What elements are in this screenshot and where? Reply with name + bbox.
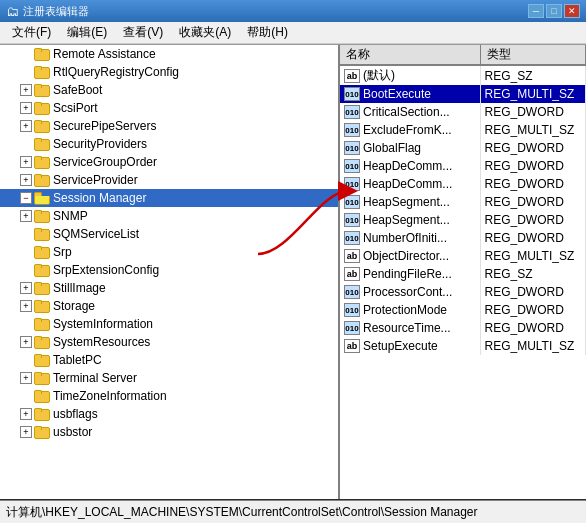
column-name[interactable]: 名称 <box>340 45 480 65</box>
tree-item[interactable]: +usbflags <box>0 405 338 423</box>
table-row[interactable]: 010HeapSegment...REG_DWORD <box>340 193 586 211</box>
menu-help[interactable]: 帮助(H) <box>239 22 296 43</box>
expand-button[interactable]: + <box>20 336 32 348</box>
value-name: SetupExecute <box>363 339 438 353</box>
tree-item[interactable]: TabletPC <box>0 351 338 369</box>
maximize-button[interactable]: □ <box>546 4 562 18</box>
cell-name: abPendingFileRe... <box>340 265 480 283</box>
table-row[interactable]: 010HeapDeComm...REG_DWORD <box>340 157 586 175</box>
cell-name: ab(默认) <box>340 65 480 85</box>
tree-item[interactable]: +ServiceGroupOrder <box>0 153 338 171</box>
expand-button[interactable]: − <box>20 192 32 204</box>
tree-item[interactable]: SQMServiceList <box>0 225 338 243</box>
value-name: HeapDeComm... <box>363 177 452 191</box>
expand-button[interactable]: + <box>20 102 32 114</box>
tree-item[interactable]: +StillImage <box>0 279 338 297</box>
cell-type: REG_DWORD <box>480 211 586 229</box>
tree-item-label: Srp <box>53 245 72 259</box>
column-type[interactable]: 类型 <box>480 45 586 65</box>
registry-values-panel[interactable]: 名称 类型 ab(默认)REG_SZ010BootExecuteREG_MULT… <box>340 45 586 499</box>
cell-type: REG_DWORD <box>480 175 586 193</box>
table-row[interactable]: 010CriticalSection...REG_DWORD <box>340 103 586 121</box>
tree-panel[interactable]: Remote AssistanceRtlQueryRegistryConfig+… <box>0 45 340 499</box>
expand-button[interactable]: + <box>20 408 32 420</box>
tree-item[interactable]: +Terminal Server <box>0 369 338 387</box>
tree-item[interactable]: SystemInformation <box>0 315 338 333</box>
main-wrapper: Remote AssistanceRtlQueryRegistryConfig+… <box>0 44 586 499</box>
tree-item-label: StillImage <box>53 281 106 295</box>
expand-button[interactable]: + <box>20 282 32 294</box>
folder-icon <box>34 408 50 421</box>
table-row[interactable]: 010NumberOfIniti...REG_DWORD <box>340 229 586 247</box>
cell-type: REG_SZ <box>480 265 586 283</box>
tree-item[interactable]: +SafeBoot <box>0 81 338 99</box>
folder-icon <box>34 354 50 367</box>
window-controls: ─ □ ✕ <box>528 4 580 18</box>
expand-button[interactable]: + <box>20 84 32 96</box>
cell-name: 010ProtectionMode <box>340 301 480 319</box>
minimize-button[interactable]: ─ <box>528 4 544 18</box>
expand-button[interactable]: + <box>20 426 32 438</box>
menu-favorites[interactable]: 收藏夹(A) <box>171 22 239 43</box>
tree-item[interactable]: +SecurePipeServers <box>0 117 338 135</box>
tree-item[interactable]: +SystemResources <box>0 333 338 351</box>
table-row[interactable]: 010HeapDeComm...REG_DWORD <box>340 175 586 193</box>
folder-icon <box>34 372 50 385</box>
tree-item-label: TimeZoneInformation <box>53 389 167 403</box>
menu-view[interactable]: 查看(V) <box>115 22 171 43</box>
close-button[interactable]: ✕ <box>564 4 580 18</box>
cell-name: 010ProcessorCont... <box>340 283 480 301</box>
table-row[interactable]: ab(默认)REG_SZ <box>340 65 586 85</box>
cell-type: REG_DWORD <box>480 283 586 301</box>
folder-icon <box>34 102 50 115</box>
window-title: 注册表编辑器 <box>23 4 528 19</box>
table-row[interactable]: abSetupExecuteREG_MULTI_SZ <box>340 337 586 355</box>
expand-button[interactable]: + <box>20 156 32 168</box>
value-name: ResourceTime... <box>363 321 451 335</box>
expand-button[interactable]: + <box>20 174 32 186</box>
folder-icon <box>34 318 50 331</box>
status-text: 计算机\HKEY_LOCAL_MACHINE\SYSTEM\CurrentCon… <box>6 504 478 521</box>
tree-item[interactable]: −Session Manager <box>0 189 338 207</box>
expand-button[interactable]: + <box>20 372 32 384</box>
table-row[interactable]: 010ExcludeFromK...REG_MULTI_SZ <box>340 121 586 139</box>
dword-value-icon: 010 <box>344 285 360 299</box>
table-row[interactable]: 010ProtectionModeREG_DWORD <box>340 301 586 319</box>
tree-item[interactable]: +Storage <box>0 297 338 315</box>
tree-item[interactable]: SecurityProviders <box>0 135 338 153</box>
dword-value-icon: 010 <box>344 303 360 317</box>
value-name: HeapSegment... <box>363 195 450 209</box>
table-row[interactable]: 010BootExecuteREG_MULTI_SZ <box>340 85 586 103</box>
tree-item[interactable]: RtlQueryRegistryConfig <box>0 63 338 81</box>
table-row[interactable]: 010ResourceTime...REG_DWORD <box>340 319 586 337</box>
cell-name: 010NumberOfIniti... <box>340 229 480 247</box>
tree-item[interactable]: +ScsiPort <box>0 99 338 117</box>
expand-button[interactable]: + <box>20 120 32 132</box>
folder-icon <box>34 156 50 169</box>
folder-icon <box>34 120 50 133</box>
table-row[interactable]: abPendingFileRe...REG_SZ <box>340 265 586 283</box>
tree-item[interactable]: TimeZoneInformation <box>0 387 338 405</box>
table-row[interactable]: 010GlobalFlagREG_DWORD <box>340 139 586 157</box>
tree-item-label: SystemInformation <box>53 317 153 331</box>
tree-item[interactable]: +usbstor <box>0 423 338 441</box>
expand-button[interactable]: + <box>20 210 32 222</box>
menu-file[interactable]: 文件(F) <box>4 22 59 43</box>
tree-item[interactable]: +SNMP <box>0 207 338 225</box>
cell-name: 010HeapSegment... <box>340 211 480 229</box>
table-row[interactable]: abObjectDirector...REG_MULTI_SZ <box>340 247 586 265</box>
tree-item[interactable]: +ServiceProvider <box>0 171 338 189</box>
tree-item-label: ScsiPort <box>53 101 98 115</box>
tree-item[interactable]: Remote Assistance <box>0 45 338 63</box>
menu-edit[interactable]: 编辑(E) <box>59 22 115 43</box>
value-name: NumberOfIniti... <box>363 231 447 245</box>
dword-value-icon: 010 <box>344 231 360 245</box>
expand-button[interactable]: + <box>20 300 32 312</box>
tree-item[interactable]: Srp <box>0 243 338 261</box>
table-row[interactable]: 010ProcessorCont...REG_DWORD <box>340 283 586 301</box>
tree-item[interactable]: SrpExtensionConfig <box>0 261 338 279</box>
cell-name: 010CriticalSection... <box>340 103 480 121</box>
table-row[interactable]: 010HeapSegment...REG_DWORD <box>340 211 586 229</box>
cell-name: abObjectDirector... <box>340 247 480 265</box>
value-name: HeapSegment... <box>363 213 450 227</box>
